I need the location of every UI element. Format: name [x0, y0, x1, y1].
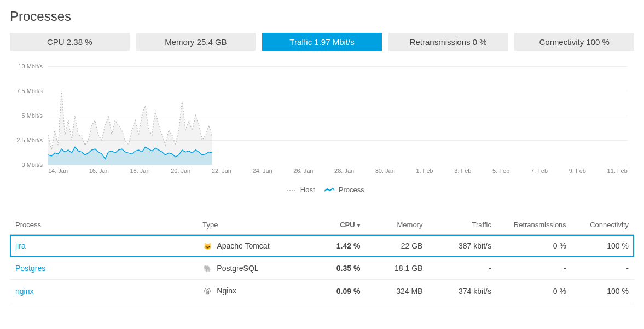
xtick: 26. Jan	[293, 168, 313, 174]
legend-process: Process	[339, 186, 364, 194]
chart-legend: Host Process	[10, 186, 634, 194]
page-title: Processes	[10, 9, 634, 24]
memory-cell: 22 GB	[365, 235, 428, 257]
xtick: 28. Jan	[334, 168, 354, 174]
cpu-cell: 0.35 %	[310, 257, 366, 280]
cpu-cell: 0.09 %	[310, 280, 366, 303]
col-connectivity[interactable]: Connectivity	[572, 216, 634, 235]
col-memory[interactable]: Memory	[365, 216, 428, 235]
xtick: 3. Feb	[454, 168, 471, 174]
tomcat-icon: 🐱	[202, 243, 212, 250]
traffic-cell: 387 kbit/s	[428, 235, 497, 257]
xtick: 24. Jan	[253, 168, 272, 174]
process-swatch-icon	[324, 186, 334, 194]
tab-cpu[interactable]: CPU 2.38 %	[10, 33, 130, 51]
process-table: Process Type CPU ▾ Memory Traffic Retran…	[10, 216, 634, 303]
retrans-cell: 0 %	[497, 235, 572, 257]
traffic-cell: -	[428, 257, 497, 280]
memory-cell: 324 MB	[365, 280, 428, 303]
xtick: 11. Feb	[607, 168, 628, 174]
memory-cell: 18.1 GB	[365, 257, 428, 280]
process-type: ⒼNginx	[197, 280, 309, 303]
table-row[interactable]: nginxⒼNginx0.09 %324 MB374 kbit/s0 %100 …	[10, 280, 634, 303]
process-type: 🐱Apache Tomcat	[197, 235, 309, 257]
ytick: 5 Mbit/s	[10, 112, 43, 119]
process-name[interactable]: jira	[10, 235, 197, 257]
col-process[interactable]: Process	[10, 216, 197, 235]
ytick: 0 Mbit/s	[10, 161, 43, 168]
conn-cell: 100 %	[572, 280, 634, 303]
process-name[interactable]: nginx	[10, 280, 197, 303]
table-row[interactable]: jira🐱Apache Tomcat1.42 %22 GB387 kbit/s0…	[10, 235, 634, 257]
xtick: 1. Feb	[416, 168, 433, 174]
xtick: 16. Jan	[89, 168, 109, 174]
traffic-cell: 374 kbit/s	[428, 280, 497, 303]
ytick: 2.5 Mbit/s	[10, 137, 43, 143]
legend-host: Host	[300, 186, 315, 194]
tab-retransmissions[interactable]: Retransmissions 0 %	[388, 33, 508, 51]
xtick: 9. Feb	[569, 168, 586, 174]
sort-desc-icon: ▾	[356, 222, 361, 228]
tab-memory[interactable]: Memory 25.4 GB	[136, 33, 256, 51]
col-traffic[interactable]: Traffic	[428, 216, 497, 235]
xtick: 5. Feb	[492, 168, 509, 174]
retrans-cell: 0 %	[497, 280, 572, 303]
nginx-icon: Ⓖ	[202, 287, 212, 296]
col-type[interactable]: Type	[197, 216, 309, 235]
col-cpu[interactable]: CPU ▾	[310, 216, 366, 235]
postgres-icon: 🐘	[202, 265, 212, 273]
tab-traffic[interactable]: Traffic 1.97 Mbit/s	[262, 33, 382, 51]
chart-canvas	[48, 66, 212, 165]
xtick: 30. Jan	[375, 168, 395, 174]
ytick: 7.5 Mbit/s	[10, 88, 43, 94]
tab-connectivity[interactable]: Connectivity 100 %	[514, 33, 634, 51]
retrans-cell: -	[497, 257, 572, 280]
host-swatch-icon	[287, 186, 296, 194]
ytick: 10 Mbit/s	[10, 63, 43, 70]
col-retransmissions[interactable]: Retransmissions	[497, 216, 572, 235]
xtick: 20. Jan	[171, 168, 190, 174]
xtick: 14. Jan	[48, 168, 68, 174]
xtick: 22. Jan	[212, 168, 231, 174]
xticks: 14. Jan16. Jan18. Jan20. Jan22. Jan24. J…	[48, 168, 628, 174]
process-type: 🐘PostgreSQL	[197, 257, 309, 280]
table-row[interactable]: Postgres🐘PostgreSQL0.35 %18.1 GB---	[10, 257, 634, 280]
xtick: 7. Feb	[531, 168, 548, 174]
traffic-chart: 10 Mbit/s 7.5 Mbit/s 5 Mbit/s 2.5 Mbit/s…	[10, 66, 634, 181]
cpu-cell: 1.42 %	[310, 235, 366, 257]
conn-cell: -	[572, 257, 634, 280]
xtick: 18. Jan	[130, 168, 149, 174]
conn-cell: 100 %	[572, 235, 634, 257]
process-name[interactable]: Postgres	[10, 257, 197, 280]
metric-tabs: CPU 2.38 % Memory 25.4 GB Traffic 1.97 M…	[10, 33, 634, 51]
